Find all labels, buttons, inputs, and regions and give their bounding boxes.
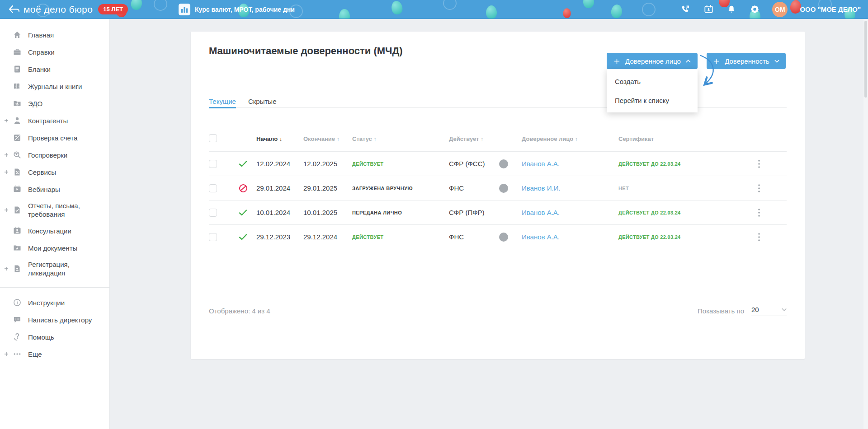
person-link[interactable]: Иванов А.А. — [522, 209, 618, 216]
row-checkbox[interactable] — [209, 233, 217, 241]
person-link[interactable]: Иванов И.И. — [522, 184, 618, 192]
sidebar-item-edo[interactable]: ЭДО — [0, 95, 109, 112]
my-documents-icon — [13, 243, 22, 252]
expand-plus-icon[interactable] — [4, 208, 9, 212]
scrollbar-thumb[interactable] — [864, 21, 867, 98]
sidebar-item-label: Контрагенты — [28, 117, 72, 125]
invoice-check-icon — [13, 133, 22, 142]
select-all-checkbox[interactable] — [209, 134, 217, 142]
revoked-icon — [235, 184, 256, 193]
balloon-decoration — [583, 0, 594, 8]
sidebar-item-services[interactable]: Сервисы — [0, 163, 109, 181]
end-date: 29.12.2024 — [303, 233, 352, 241]
authority: ФНС — [449, 233, 499, 241]
rates-ticker-link[interactable]: Курс валют, МРОТ, рабочие дни — [179, 4, 295, 15]
per-page-select[interactable]: 20 — [751, 306, 787, 316]
sidebar-item-instructions[interactable]: Инструкции — [0, 294, 109, 311]
sidebar-item-journals[interactable]: Журналы и книги — [0, 78, 109, 95]
sidebar-item-invoice-check[interactable]: Проверка счета — [0, 129, 109, 146]
bubble-decoration — [443, 0, 457, 10]
sidebar-item-contractors[interactable]: Контрагенты — [0, 112, 109, 129]
company-name[interactable]: ООО "МОЕ ДЕЛО" — [800, 5, 861, 13]
certificate-status: НЕТ — [618, 186, 731, 191]
person-avatar — [499, 233, 508, 242]
add-trusted-person-button[interactable]: Доверенное лицо — [607, 53, 698, 69]
sidebar-item-certificates[interactable]: Справки — [0, 43, 109, 61]
table-row: 29.01.2024 29.01.2025 ЗАГРУЖЕНА ВРУЧНУЮ … — [209, 176, 787, 201]
row-actions-kebab-icon[interactable] — [755, 157, 764, 171]
notifications-bell-icon[interactable] — [726, 4, 737, 15]
sidebar-item-my-documents[interactable]: Мои документы — [0, 239, 109, 256]
sidebar-item-webinars[interactable]: Вебинары — [0, 181, 109, 198]
authority: ФНС — [449, 184, 499, 192]
sidebar-item-label: Госпроверки — [28, 151, 72, 159]
phone-icon[interactable] — [680, 4, 691, 15]
row-actions-kebab-icon[interactable] — [755, 230, 764, 244]
sidebar-item-reports[interactable]: Отчеты, письма, требования — [0, 198, 109, 222]
home-icon — [13, 30, 22, 39]
column-header-authority[interactable]: Действует ↑ — [449, 135, 499, 142]
expand-plus-icon[interactable] — [4, 118, 9, 123]
add-poa-button[interactable]: Доверенность — [707, 53, 786, 69]
sidebar-item-home[interactable]: Главная — [0, 26, 109, 43]
sidebar-item-blanks[interactable]: Бланки — [0, 61, 109, 78]
app-logo[interactable]: моё дело бюро — [24, 4, 93, 15]
table-row: 29.12.2023 29.12.2024 ДЕЙСТВУЕТ ФНС Иван… — [209, 225, 787, 249]
menu-item-create[interactable]: Создать — [607, 72, 698, 91]
sidebar-item-label: Проверка счета — [28, 134, 82, 142]
certificate-status: ДЕЙСТВУЕТ ДО 22.03.24 — [618, 161, 731, 167]
settings-gear-icon[interactable] — [749, 4, 760, 15]
column-header-person[interactable]: Доверенное лицо ↑ — [522, 135, 618, 142]
bubble-decoration — [154, 0, 167, 11]
person-link[interactable]: Иванов А.А. — [522, 160, 618, 168]
services-icon — [13, 168, 22, 177]
person-link[interactable]: Иванов А.А. — [522, 233, 618, 241]
user-avatar[interactable]: ОМ — [772, 2, 788, 17]
menu-item-go-to-list[interactable]: Перейти к списку — [607, 91, 698, 110]
sidebar-item-label: Сервисы — [28, 168, 61, 177]
content-area: Машиночитаемые доверенности (МЧД) Довере… — [110, 19, 868, 429]
authority: СФР (ПФР) — [449, 209, 499, 216]
row-actions-kebab-icon[interactable] — [755, 182, 764, 195]
expand-plus-icon[interactable] — [4, 352, 9, 356]
sidebar-item-gov-inspections[interactable]: Госпроверки — [0, 146, 109, 163]
sidebar-item-label: Бланки — [28, 65, 55, 74]
column-header-end[interactable]: Окончание ↑ — [303, 135, 352, 142]
sidebar-item-registration[interactable]: Регистрация, ликвидация — [0, 256, 109, 281]
tab-hidden[interactable]: Скрытые — [248, 95, 277, 107]
table-header-row: Начало ↓ Окончание ↑ Статус ↑ Действует … — [209, 108, 787, 152]
inspection-icon — [13, 150, 22, 159]
column-header-start[interactable]: Начало ↓ — [256, 135, 303, 142]
webinar-icon — [13, 185, 22, 194]
bar-chart-icon — [179, 4, 190, 15]
ticker-label: Курс валют, МРОТ, рабочие дни — [195, 6, 295, 13]
row-checkbox[interactable] — [209, 160, 217, 168]
row-checkbox[interactable] — [209, 209, 217, 217]
sidebar-item-help[interactable]: Помощь — [0, 328, 109, 345]
valid-check-icon — [235, 233, 256, 241]
table-footer: Отображено: 4 из 4 Показывать по 20 — [209, 287, 787, 335]
sidebar-item-label: Справки — [28, 48, 59, 56]
per-page-label: Показывать по — [698, 307, 744, 315]
sidebar-item-write-director[interactable]: Написать директору — [0, 311, 109, 328]
row-checkbox[interactable] — [209, 184, 217, 192]
certificate-status: ДЕЙСТВУЕТ ДО 22.03.24 — [618, 210, 731, 215]
back-button[interactable] — [6, 2, 22, 17]
row-actions-kebab-icon[interactable] — [755, 206, 764, 219]
sidebar-divider — [0, 287, 109, 288]
book-icon — [13, 82, 22, 91]
sidebar-item-label: Мои документы — [28, 244, 82, 252]
expand-plus-icon[interactable] — [4, 266, 9, 271]
calendar-icon[interactable] — [703, 4, 714, 15]
topbar-actions: ОМ ООО "МОЕ ДЕЛО" — [680, 2, 861, 17]
person-avatar — [499, 184, 508, 193]
expand-plus-icon[interactable] — [4, 170, 9, 174]
column-header-status[interactable]: Статус ↑ — [352, 135, 449, 142]
tab-current[interactable]: Текущие — [209, 95, 236, 107]
sidebar-item-consultations[interactable]: Консультации — [0, 222, 109, 239]
balloon-decoration — [563, 8, 571, 18]
expand-plus-icon[interactable] — [4, 153, 9, 157]
sidebar-item-label: Еще — [28, 350, 47, 359]
valid-check-icon — [235, 209, 256, 216]
sidebar-item-more[interactable]: Еще — [0, 345, 109, 363]
